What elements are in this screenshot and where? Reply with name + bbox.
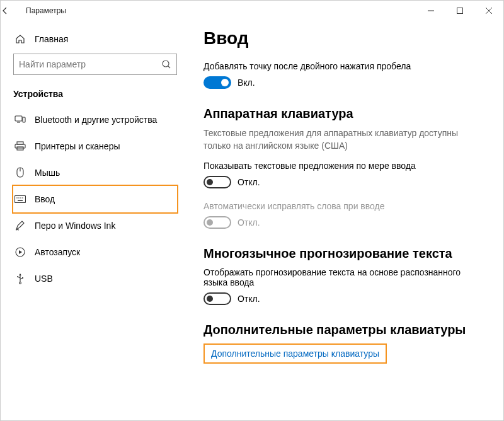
settings-window: Параметры Главная (0, 0, 504, 421)
maximize-button[interactable] (445, 1, 474, 21)
toggle-text-suggestions[interactable] (203, 176, 231, 188)
svg-rect-26 (22, 277, 23, 279)
usb-icon (14, 273, 26, 284)
home-nav[interactable]: Главная (13, 27, 177, 54)
keyboard-icon (14, 195, 26, 203)
pen-icon (14, 220, 26, 231)
search-input[interactable] (19, 59, 161, 69)
section-heading: Устройства (13, 89, 177, 99)
svg-point-15 (16, 197, 18, 199)
home-icon (14, 33, 26, 45)
sidebar-item-label: Ввод (35, 194, 55, 204)
autoplay-icon (14, 247, 26, 257)
sidebar-item-label: Автозапуск (35, 247, 80, 257)
toggle-state: Вкл. (238, 78, 255, 88)
toggle-state: Откл. (238, 217, 260, 228)
svg-point-23 (20, 282, 21, 284)
sidebar-item-label: Мышь (35, 168, 60, 178)
svg-rect-14 (15, 196, 26, 203)
svg-rect-7 (23, 117, 25, 122)
sidebar-item-label: Перо и Windows Ink (35, 221, 115, 231)
sidebar-item-label: Bluetooth и другие устройства (35, 115, 157, 125)
toggle-double-space-period[interactable] (203, 76, 231, 89)
search-icon (161, 59, 171, 69)
toggle-state: Откл. (238, 294, 260, 304)
setting-label: Отображать прогнозирование текста на осн… (203, 267, 484, 287)
advanced-keyboard-link-highlight: Дополнительные параметры клавиатуры (203, 343, 387, 364)
section-heading-hardware: Аппаратная клавиатура (203, 107, 484, 121)
svg-marker-21 (19, 250, 22, 254)
svg-point-4 (163, 61, 169, 67)
sidebar-item-bluetooth[interactable]: Bluetooth и другие устройства (13, 107, 177, 133)
toggle-multilingual-prediction[interactable] (203, 292, 231, 305)
sidebar: Главная Устройства Bluetooth и другие ус… (1, 21, 190, 420)
window-title: Параметры (26, 6, 66, 15)
advanced-keyboard-link[interactable]: Дополнительные параметры клавиатуры (211, 349, 379, 359)
section-heading-multilingual: Многоязычное прогнозирование текста (203, 246, 484, 261)
sidebar-item-usb[interactable]: USB (13, 265, 177, 292)
sidebar-item-label: Принтеры и сканеры (35, 141, 120, 151)
setting-label: Добавлять точку после двойного нажатия п… (203, 61, 484, 71)
devices-icon (14, 115, 26, 124)
sidebar-item-pen[interactable]: Перо и Windows Ink (13, 212, 177, 239)
section-heading-advanced: Дополнительные параметры клавиатуры (203, 323, 484, 337)
sidebar-item-mouse[interactable]: Мышь (13, 159, 177, 186)
sidebar-item-label: USB (35, 274, 53, 284)
svg-rect-9 (17, 142, 23, 144)
mouse-icon (14, 167, 26, 178)
svg-rect-1 (457, 8, 463, 14)
section-description: Текстовые предложения для аппаратных кла… (203, 127, 484, 152)
svg-point-18 (22, 197, 23, 199)
minimize-button[interactable] (416, 1, 445, 21)
svg-rect-19 (18, 200, 23, 202)
svg-marker-24 (19, 274, 21, 275)
sidebar-item-typing[interactable]: Ввод (13, 186, 177, 212)
back-button[interactable] (1, 6, 26, 15)
setting-label: Автоматически исправлять слова при вводе (203, 201, 484, 211)
sidebar-item-autoplay[interactable]: Автозапуск (13, 239, 177, 265)
svg-point-25 (17, 276, 18, 277)
page-title: Ввод (203, 28, 484, 49)
sidebar-item-printers[interactable]: Принтеры и сканеры (13, 133, 177, 159)
svg-point-16 (18, 197, 20, 199)
svg-point-17 (20, 197, 21, 199)
titlebar: Параметры (1, 1, 503, 21)
close-button[interactable] (474, 1, 503, 21)
printer-icon (14, 141, 26, 151)
search-box[interactable] (13, 54, 177, 75)
svg-rect-10 (15, 144, 25, 148)
svg-line-5 (168, 66, 170, 68)
toggle-state: Откл. (238, 177, 260, 187)
toggle-autocorrect (203, 216, 231, 229)
content-area: Ввод Добавлять точку после двойного нажа… (190, 21, 503, 420)
setting-label: Показывать текстовые предложения по мере… (203, 161, 484, 171)
svg-rect-6 (15, 116, 22, 121)
home-label: Главная (35, 34, 68, 44)
